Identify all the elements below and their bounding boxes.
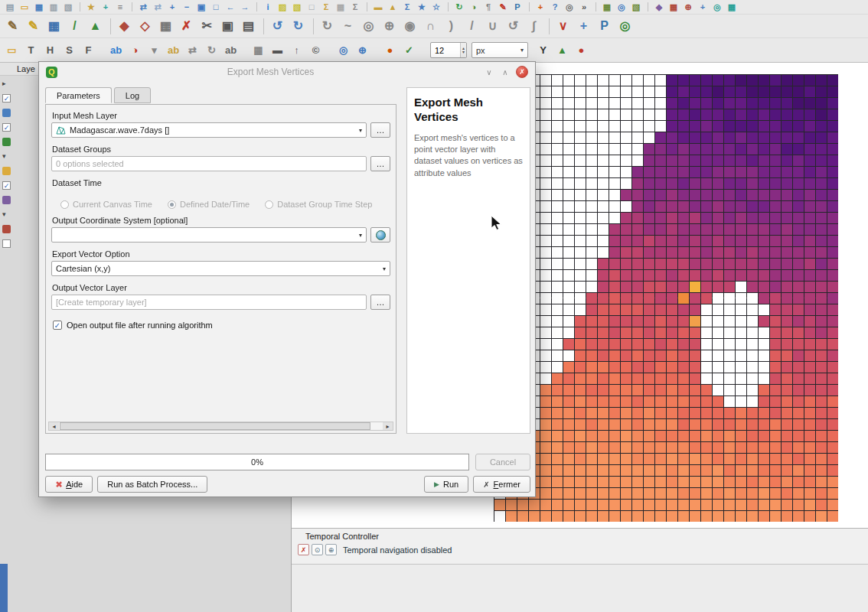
attribute-table-icon[interactable]: ▦ xyxy=(334,2,348,13)
delete-selected-icon[interactable]: ✗ xyxy=(177,17,196,36)
zoom-full-icon[interactable]: ▣ xyxy=(194,2,208,13)
chevron-up-icon[interactable]: ∧ xyxy=(500,68,511,76)
output-vector-layer-field[interactable]: [Create temporary layer] xyxy=(51,295,367,310)
map-tips-icon[interactable]: ¶ xyxy=(481,2,495,13)
save-project-icon[interactable]: ▦ xyxy=(32,2,46,13)
export-vector-option-combo[interactable]: Cartesian (x,y) ▾ xyxy=(51,261,390,276)
digitize-segment-icon[interactable]: / xyxy=(65,17,84,36)
layer-checkbox[interactable]: ✓ xyxy=(2,181,11,190)
scale-bar-icon[interactable]: ▬ xyxy=(269,41,286,59)
map-theme-check-icon[interactable]: ✓ xyxy=(400,41,418,59)
help-contents-icon[interactable]: ? xyxy=(548,2,562,13)
field-calculator-icon[interactable]: Σ xyxy=(348,2,362,13)
close-dialog-button[interactable]: ✗ Fermer xyxy=(473,476,530,493)
layer-checkbox[interactable] xyxy=(2,239,11,248)
layer-diagram-options-icon[interactable]: ◑ xyxy=(126,41,144,59)
font-size-spinbox[interactable]: 12 ▴▾ xyxy=(430,42,467,58)
vertex-editor-tool-icon[interactable]: Y xyxy=(534,41,552,59)
temporal-controller-panel-toggle-icon[interactable]: ◑ xyxy=(467,2,481,13)
expand-chevron-icon[interactable]: ▾ xyxy=(2,152,11,161)
cancel-button[interactable]: Cancel xyxy=(475,454,530,470)
toggle-editing-icon[interactable]: ✎ xyxy=(24,17,43,36)
layer-checkbox[interactable]: ✓ xyxy=(2,123,11,132)
dataset-groups-field[interactable]: 0 options selected xyxy=(51,156,367,171)
current-edits-icon[interactable]: ✎ xyxy=(3,17,22,36)
temporal-navigation-button-icon[interactable]: ● xyxy=(381,41,399,59)
radio-defined-datetime[interactable]: Defined Date/Time xyxy=(168,200,250,209)
vertex-tool-all-layers-icon[interactable]: ◆ xyxy=(115,17,134,36)
fill-ring-icon[interactable]: ◉ xyxy=(400,17,419,36)
zoom-out-icon[interactable]: − xyxy=(180,2,194,13)
new-bookmark-icon[interactable]: ☆ xyxy=(429,2,443,13)
show-bookmarks-icon[interactable]: ★ xyxy=(415,2,429,13)
highlight-pinned-labels-icon[interactable]: ab xyxy=(165,41,182,59)
options-icon[interactable]: ≡ xyxy=(113,2,127,13)
html-annotation-icon[interactable]: H xyxy=(41,41,59,59)
dataset-groups-browse-button[interactable]: … xyxy=(370,156,390,171)
radio-current-canvas-time[interactable]: Current Canvas Time xyxy=(60,200,152,209)
select-rectangle-icon[interactable]: ▨ xyxy=(276,2,289,13)
input-mesh-layer-combo[interactable]: Madagascar.wave.7days [] ▾ xyxy=(51,122,367,138)
python-console-icon[interactable]: P xyxy=(511,2,524,13)
expand-chevron-icon[interactable]: ▾ xyxy=(2,210,11,219)
vertex-tool-current-layer-icon[interactable]: ◇ xyxy=(135,17,155,36)
reshape-features-icon[interactable]: ∩ xyxy=(421,17,440,36)
spin-down-icon[interactable]: ▾ xyxy=(462,50,465,54)
gps-toolbar-icon[interactable]: ◎ xyxy=(334,41,352,59)
offset-curve-icon[interactable]: ) xyxy=(442,17,461,36)
redo-icon[interactable]: ↻ xyxy=(289,17,308,36)
output-crs-combo[interactable]: ▾ xyxy=(51,227,367,243)
layer-labeling-options-icon[interactable]: ab xyxy=(107,41,125,59)
paste-features-icon[interactable]: ▤ xyxy=(239,17,258,36)
change-label-properties-icon[interactable]: ab xyxy=(222,41,240,59)
refresh-map-icon[interactable]: ↻ xyxy=(452,2,466,13)
expand-chevron-icon[interactable]: ▸ xyxy=(2,80,11,88)
mesh-calculator-icon[interactable]: ▦ xyxy=(725,2,739,13)
style-manager-icon[interactable]: ★ xyxy=(84,2,98,13)
raster-calculator-icon[interactable]: ▦ xyxy=(667,2,680,13)
zoom-last-icon[interactable]: ← xyxy=(224,2,237,13)
open-output-checkbox[interactable]: ✓ xyxy=(53,321,62,330)
toolbar-overflow-icon[interactable]: » xyxy=(577,2,591,13)
metasearch-icon[interactable]: ◎ xyxy=(615,2,628,13)
copy-features-icon[interactable]: ▣ xyxy=(218,17,237,36)
layer-checkbox[interactable]: ✓ xyxy=(2,94,11,103)
tab-parameters[interactable]: Parameters xyxy=(45,87,112,103)
new-map-annotation-icon[interactable]: ▭ xyxy=(3,41,21,59)
dialog-titlebar[interactable]: Q Export Mesh Vertices ∨ ∧ ✗ xyxy=(39,62,535,82)
scroll-right-icon[interactable]: ▸ xyxy=(383,422,393,430)
multi-edit-attributes-icon[interactable]: ▦ xyxy=(156,17,175,36)
help-button[interactable]: ✚ Aide xyxy=(45,476,93,493)
svg-annotation-icon[interactable]: S xyxy=(60,41,78,59)
gps-connect-icon[interactable]: ⊕ xyxy=(354,41,371,59)
text-annotation-icon[interactable]: ✎ xyxy=(496,2,510,13)
snapping-options-icon[interactable]: ∨ xyxy=(553,17,573,36)
deselect-all-icon[interactable]: □ xyxy=(305,2,318,13)
rotate-feature-icon[interactable]: ↻ xyxy=(318,17,337,36)
temporal-navigation-off-icon[interactable]: ✗ xyxy=(298,544,309,555)
merge-features-icon[interactable]: ∪ xyxy=(483,17,502,36)
processing-toolbox-icon[interactable]: + xyxy=(534,2,547,13)
select-crs-button[interactable] xyxy=(370,227,390,243)
chevron-down-icon[interactable]: ∨ xyxy=(484,68,494,76)
data-source-manager-icon[interactable]: + xyxy=(99,2,113,13)
scrollbar-track[interactable] xyxy=(59,422,383,430)
fixed-range-mode-icon[interactable]: ⊙ xyxy=(312,544,323,555)
close-icon[interactable]: ✗ xyxy=(516,66,528,78)
georeferencer-icon[interactable]: ⊕ xyxy=(681,2,695,13)
copyright-label-icon[interactable]: © xyxy=(307,41,325,59)
layout-manager-icon[interactable]: ▧ xyxy=(61,2,75,13)
add-polygon-feature-icon[interactable]: ▲ xyxy=(86,17,105,36)
measure-line-icon[interactable]: ▬ xyxy=(371,2,385,13)
decoration-grid-icon[interactable]: ▦ xyxy=(250,41,267,59)
select-polygon-icon[interactable]: ▧ xyxy=(290,2,304,13)
text-annotation-tool-icon[interactable]: T xyxy=(22,41,40,59)
pan-to-selection-icon[interactable]: ⇄ xyxy=(151,2,165,13)
print-layout-icon[interactable]: ▥ xyxy=(47,2,60,13)
form-annotation-icon[interactable]: F xyxy=(80,41,97,59)
db-manager-icon[interactable]: ▦ xyxy=(600,2,614,13)
web-menu-icon[interactable]: ◎ xyxy=(710,2,724,13)
radio-dataset-group-time-step[interactable]: Dataset Group Time Step xyxy=(265,200,372,209)
bug-reporter-icon[interactable]: ● xyxy=(573,41,590,59)
rotate-label-icon[interactable]: ↻ xyxy=(203,41,220,59)
